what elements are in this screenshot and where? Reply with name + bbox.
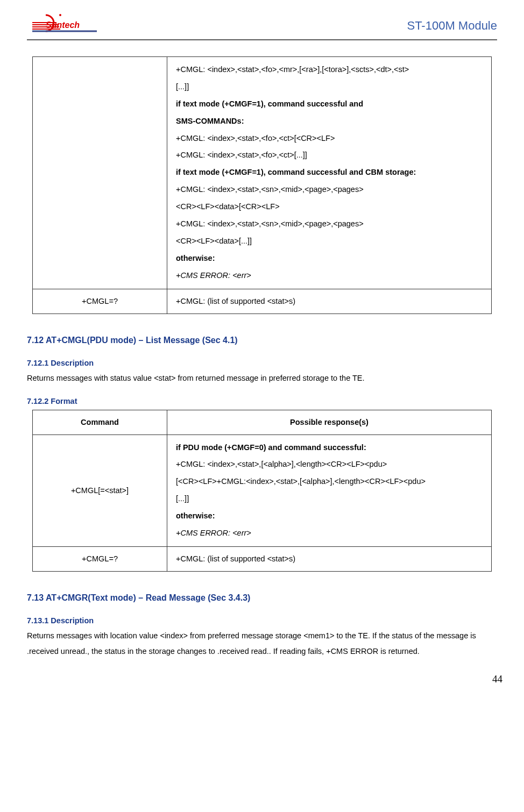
command-cell: +CMGL=?	[33, 546, 167, 571]
response-line: +CMGL: <index>,<stat>,[<alpha>],<length>…	[176, 456, 483, 473]
response-line: otherwise:	[176, 250, 483, 267]
response-line: if text mode (+CMGF=1), command successf…	[176, 164, 483, 181]
response-line: if text mode (+CMGF=1), command successf…	[176, 96, 483, 113]
svg-text:Suntech: Suntech	[46, 20, 80, 30]
section-subheading-7121: 7.12.1 Description	[27, 359, 497, 367]
table-header-row: Command Possible response(s)	[33, 410, 492, 435]
suntech-logo-icon: Suntech	[27, 11, 97, 35]
response-line: +CMGL: <index>,<stat>,<fo>,<mr>,[<ra>],[…	[176, 61, 483, 79]
response-line: [<CR><LF>+CMGL:<index>,<stat>,[<alpha>],…	[176, 473, 483, 490]
command-cell-empty	[33, 57, 167, 289]
response-line: +CMS ERROR: <err>	[176, 525, 483, 542]
logo-area: Suntech	[27, 11, 97, 35]
response-line: +CMGL: <index>,<stat>,<fo>,<ct>[<CR><LF>	[176, 130, 483, 147]
response-line: +CMGL: <index>,<stat>,<sn>,<mid>,<page>,…	[176, 216, 483, 233]
response-line: otherwise:	[176, 508, 483, 525]
table-2: Command Possible response(s) +CMGL[=<sta…	[32, 410, 492, 572]
response-line: [...]]	[176, 490, 483, 508]
table-row: +CMGL[=<stat>] if PDU mode (+CMGF=0) and…	[33, 435, 492, 546]
section-subheading-7131: 7.13.1 Description	[27, 616, 497, 625]
response-line: +CMGL: <index>,<stat>,<sn>,<mid>,<page>,…	[176, 181, 483, 198]
response-line: +CMGL: <index>,<stat>,<fo>,<ct>[...]]	[176, 147, 483, 164]
table-header-command: Command	[33, 410, 167, 435]
response-line: if PDU mode (+CMGF=0) and command succes…	[176, 439, 483, 457]
header-title: ST-100M Module	[407, 19, 497, 33]
response-cell: if PDU mode (+CMGF=0) and command succes…	[167, 435, 492, 546]
response-line: SMS-COMMANDs:	[176, 113, 483, 130]
response-line: +CMS ERROR: <err>	[176, 267, 483, 284]
table-row: +CMGL=? +CMGL: (list of supported <stat>…	[33, 289, 492, 314]
command-cell: +CMGL=?	[33, 289, 167, 314]
section-heading-712: 7.12 AT+CMGL(PDU mode) – List Message (S…	[27, 336, 497, 345]
section-heading-713: 7.13 AT+CMGR(Text mode) – Read Message (…	[27, 593, 497, 603]
response-cell: +CMGL: (list of supported <stat>s)	[167, 546, 492, 571]
response-cell: +CMGL: <index>,<stat>,<fo>,<mr>,[<ra>],[…	[167, 57, 492, 289]
page-header: Suntech ST-100M Module	[27, 11, 497, 40]
command-cell: +CMGL[=<stat>]	[33, 435, 167, 546]
description-text: Returns messages with location value <in…	[27, 628, 497, 659]
table-row: +CMGL=? +CMGL: (list of supported <stat>…	[33, 546, 492, 571]
description-text: Returns messages with status value <stat…	[27, 371, 497, 386]
page-number: 44	[492, 673, 502, 685]
table-row: +CMGL: <index>,<stat>,<fo>,<mr>,[<ra>],[…	[33, 57, 492, 289]
response-line: <CR><LF><data>[<CR><LF>	[176, 198, 483, 216]
section-subheading-7122: 7.12.2 Format	[27, 397, 497, 405]
response-cell: +CMGL: (list of supported <stat>s)	[167, 289, 492, 314]
response-line: [...]]	[176, 79, 483, 96]
response-line: <CR><LF><data>[...]]	[176, 233, 483, 250]
table-header-response: Possible response(s)	[167, 410, 492, 435]
table-1: +CMGL: <index>,<stat>,<fo>,<mr>,[<ra>],[…	[32, 56, 492, 314]
svg-point-1	[59, 14, 61, 16]
